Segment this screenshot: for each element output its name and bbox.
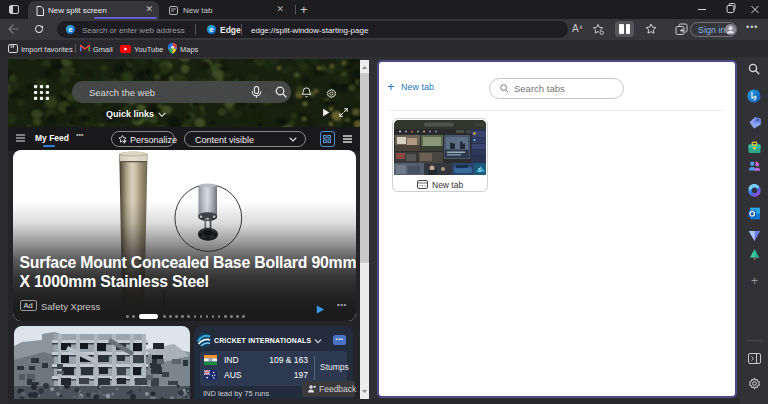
svg-text:e: e (69, 25, 73, 34)
svg-text:e: e (210, 25, 214, 34)
svg-text:5: 5 (478, 167, 481, 173)
